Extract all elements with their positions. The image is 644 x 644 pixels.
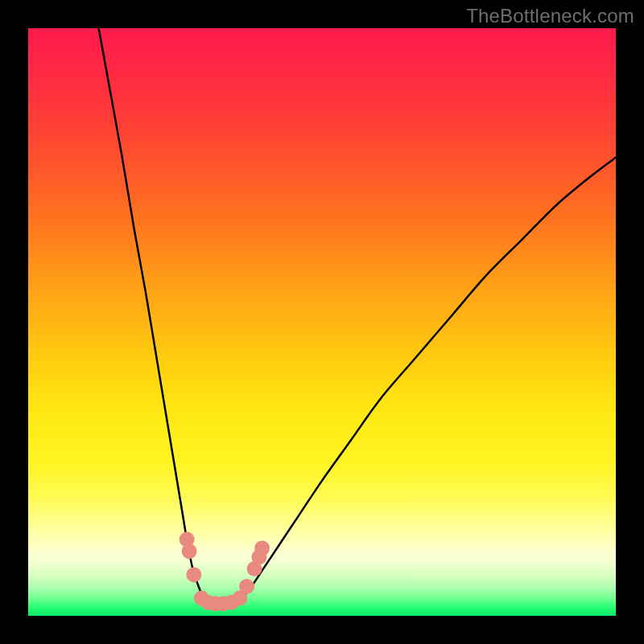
bottleneck-curve	[99, 28, 616, 605]
chart-frame: TheBottleneck.com	[0, 0, 644, 644]
plot-area	[28, 28, 616, 616]
marker-dot	[186, 567, 201, 582]
chart-svg	[28, 28, 616, 616]
marker-dots	[180, 532, 270, 612]
marker-dot	[239, 579, 254, 594]
marker-dot	[182, 543, 197, 559]
bottleneck-curve-path	[99, 28, 616, 605]
watermark-text: TheBottleneck.com	[466, 5, 634, 27]
marker-dot	[254, 541, 270, 556]
